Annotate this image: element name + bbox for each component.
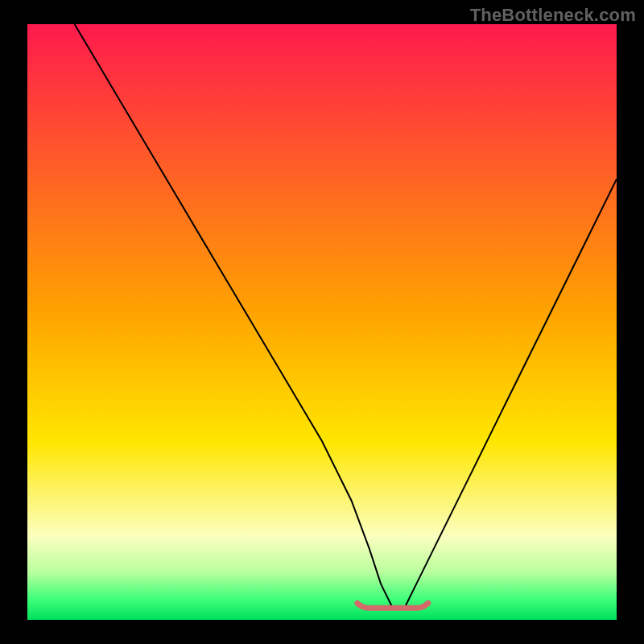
chart-frame: TheBottleneck.com [0, 0, 644, 644]
bottleneck-chart [0, 0, 644, 644]
gradient-background [27, 24, 617, 620]
watermark-label: TheBottleneck.com [470, 5, 636, 26]
